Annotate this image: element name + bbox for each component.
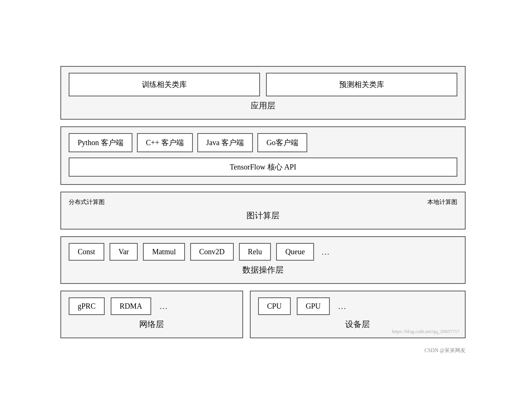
- gpu-box: GPU: [297, 297, 330, 315]
- device-ellipsis: …: [336, 297, 349, 315]
- python-client-box: Python 客户端: [69, 133, 132, 152]
- cpu-label: CPU: [267, 302, 282, 310]
- go-client-label: Go客户端: [266, 138, 298, 147]
- distributed-graph-label: 分布式计算图: [69, 199, 105, 205]
- ops-layer-label: 数据操作层: [69, 264, 457, 276]
- rdma-label: RDMA: [120, 302, 142, 310]
- queue-label: Queue: [285, 248, 305, 256]
- cpp-client-label: C++ 客户端: [146, 138, 184, 147]
- network-ellipsis: …: [157, 297, 170, 315]
- tensorflow-api-box: TensorFlow 核心 API: [69, 158, 457, 177]
- python-client-label: Python 客户端: [78, 138, 123, 147]
- local-graph-label: 本地计算图: [427, 199, 457, 205]
- csdn-label: CSDN @呆呆网友: [60, 347, 466, 354]
- rdma-box: RDMA: [111, 297, 151, 315]
- java-client-label: Java 客户端: [206, 138, 244, 147]
- relu-label: Relu: [248, 248, 262, 256]
- cpp-client-box: C++ 客户端: [137, 133, 193, 152]
- const-box: Const: [69, 243, 104, 261]
- tensorflow-api-label: TensorFlow 核心 API: [230, 163, 296, 171]
- watermark: https://blog.csdn.net/qq_20657717: [392, 328, 460, 334]
- network-layer: gPRC RDMA … 网络层: [60, 291, 243, 338]
- const-label: Const: [78, 248, 95, 256]
- bottom-row: gPRC RDMA … 网络层 CPU GPU … 设备层 https:: [60, 291, 466, 338]
- graph-layer-label: 图计算层: [69, 210, 457, 221]
- matmul-label: Matmul: [152, 248, 176, 256]
- conv2d-box: Conv2D: [190, 243, 234, 261]
- java-client-box: Java 客户端: [197, 133, 253, 152]
- prediction-libs-box: 预测相关类库: [266, 73, 457, 96]
- device-layer: CPU GPU … 设备层 https://blog.csdn.net/qq_2…: [250, 291, 466, 338]
- go-client-box: Go客户端: [257, 133, 307, 152]
- var-box: Var: [110, 243, 138, 261]
- prediction-libs-label: 预测相关类库: [339, 80, 384, 88]
- conv2d-label: Conv2D: [199, 248, 225, 256]
- client-layer: Python 客户端 C++ 客户端 Java 客户端 Go客户端 Tensor…: [60, 126, 466, 185]
- relu-box: Relu: [239, 243, 271, 261]
- local-graph-box: 本地计算图: [427, 198, 457, 206]
- queue-box: Queue: [276, 243, 314, 261]
- gprc-label: gPRC: [78, 302, 96, 310]
- ops-layer: Const Var Matmul Conv2D Relu Queue … 数据操…: [60, 236, 466, 284]
- cpu-box: CPU: [258, 297, 291, 315]
- gpu-label: GPU: [306, 302, 321, 310]
- distributed-graph-box: 分布式计算图: [69, 198, 105, 206]
- training-libs-box: 训练相关类库: [69, 73, 260, 96]
- var-label: Var: [119, 248, 129, 256]
- gprc-box: gPRC: [69, 297, 105, 315]
- ops-ellipsis: …: [319, 243, 332, 261]
- app-layer-label: 应用层: [69, 100, 457, 111]
- matmul-box: Matmul: [143, 243, 185, 261]
- app-layer: 训练相关类库 预测相关类库 应用层: [60, 66, 466, 120]
- graph-layer: 分布式计算图 本地计算图 图计算层: [60, 192, 466, 230]
- diagram-container: 训练相关类库 预测相关类库 应用层 Python 客户端 C++ 客户端 Jav…: [38, 51, 488, 369]
- training-libs-label: 训练相关类库: [142, 80, 187, 88]
- network-layer-label: 网络层: [69, 319, 235, 330]
